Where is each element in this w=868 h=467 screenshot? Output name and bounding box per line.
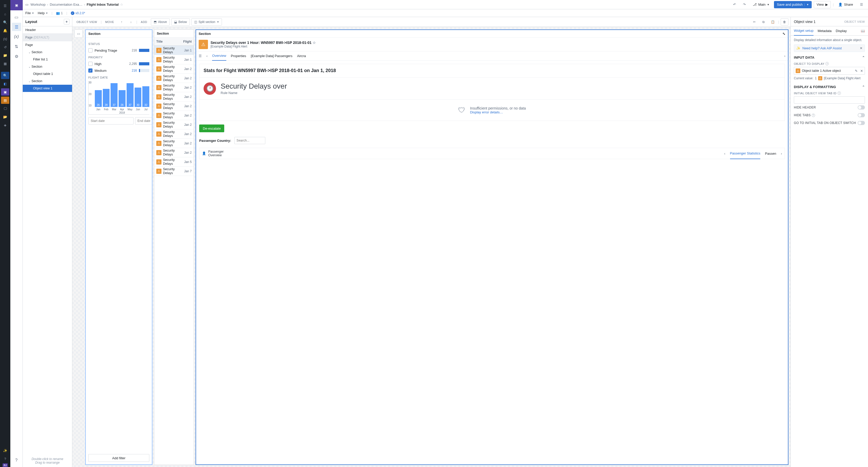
table-row[interactable]: ⚠Security DelaysJan 2 (154, 64, 194, 73)
deescalate-button[interactable]: De-escalate (199, 124, 224, 132)
menu-file[interactable]: File ▼ (25, 11, 34, 15)
table-row[interactable]: ⚠Security DelaysJan 2 (154, 92, 194, 101)
layout-row-page[interactable]: Page (23, 41, 72, 49)
clipboard-button[interactable]: 📋 (769, 18, 777, 26)
tool-layers-icon[interactable]: ☰ (12, 23, 21, 31)
star-icon[interactable]: ☆ (313, 40, 316, 45)
passenger-search-input[interactable] (234, 137, 265, 144)
split-section-button[interactable]: ◫Split section ▼ (191, 18, 222, 26)
cube-icon[interactable]: ◧ (1, 80, 9, 87)
table-row[interactable]: ⚠Security DelaysJan 1 (154, 46, 194, 55)
chevron-right-icon[interactable]: › (784, 54, 785, 58)
table-row[interactable]: ⚠Security DelaysJan 2 (154, 73, 194, 83)
obj-display-input[interactable]: ⚠ Object table 1 Active object ✎ ✕ (794, 67, 865, 75)
tab-widget-setup[interactable]: Widget setup (794, 26, 813, 36)
table-row[interactable]: ⚠Security DelaysJan 2 (154, 148, 194, 157)
filter-medium-row[interactable]: ✓ Medium 216 (88, 67, 149, 74)
monitor-icon[interactable]: 🖵 (1, 105, 9, 112)
display-fmt-section[interactable]: DISPLAY & FORMATTING⌃ (794, 85, 865, 89)
table-row[interactable]: ⚠Security DelaysJan 2 (154, 101, 194, 111)
hide-tabs-toggle[interactable] (858, 113, 865, 117)
tool-sort-icon[interactable]: ⇅ (12, 42, 21, 51)
help-icon[interactable]: ? (1, 455, 9, 462)
goto-initial-toggle[interactable] (858, 121, 865, 125)
search-rail-icon[interactable]: 🔍 (1, 19, 9, 26)
sparkle-icon[interactable]: ✨ (1, 447, 9, 454)
menu-icon[interactable]: ☰ (1, 2, 9, 9)
share-button[interactable]: 👤 Share (836, 1, 856, 8)
branch-button[interactable]: ⎇ Main ▼ (750, 1, 772, 8)
table-row[interactable]: ⚠Security DelaysJan 2 (154, 83, 194, 92)
menu-icon[interactable]: ☰ (199, 54, 202, 58)
input-data-section[interactable]: INPUT DATA⌃ (794, 56, 865, 59)
add-filter-button[interactable]: Add filter (88, 454, 149, 462)
layout-row-header[interactable]: Header (23, 26, 72, 34)
tab-overview[interactable]: Overview (212, 52, 226, 61)
table-row[interactable]: ⚠Security DelaysJan 7 (154, 166, 194, 176)
tab-passengers[interactable]: [Example Data] Passengers (251, 52, 292, 61)
tool-var-icon[interactable]: (x) (12, 33, 21, 41)
preview-icon[interactable]: ▭ (74, 29, 83, 38)
table-row[interactable]: ⚠Security DelaysJan 2 (154, 129, 194, 139)
layout-row-obj-table[interactable]: Object table 1 (23, 70, 72, 77)
orange-icon[interactable]: ▤ (1, 97, 9, 104)
tool-help-icon[interactable]: ? (12, 456, 21, 464)
tab-passenger-stats[interactable]: Passenger Statistics (730, 148, 761, 159)
chevron-left-icon[interactable]: ‹ (724, 152, 725, 155)
layout-icon[interactable]: ▣ (1, 88, 9, 96)
table-row[interactable]: ⚠Security DelaysJan 2 (154, 120, 194, 129)
cut-button[interactable]: ✂ (750, 18, 758, 26)
layout-row-page-default[interactable]: Page (DEFAULT) (23, 34, 72, 41)
close-icon[interactable]: ✕ (860, 69, 863, 73)
chevron-right-icon[interactable]: › (781, 152, 782, 155)
layout-row-section3[interactable]: ⌄Section (23, 77, 72, 85)
user-badge[interactable]: EJ (3, 463, 7, 467)
checkbox[interactable] (88, 62, 92, 66)
home-icon[interactable]: ⌂ (1, 10, 9, 18)
add-below-button[interactable]: ⬓Below (171, 18, 190, 26)
layout-row-obj-view[interactable]: Object view 1 (23, 85, 72, 92)
crumb-current[interactable]: Flight Inbox Tutorial (87, 3, 119, 6)
filter-status-row[interactable]: Pending Triage 216 (88, 47, 149, 54)
history-icon[interactable]: ↺ (1, 43, 9, 51)
aip-assist-box[interactable]: ✨ Need help? Ask AIP Assist ✕ (794, 44, 865, 52)
collapse-icon[interactable]: ⤡ (782, 32, 785, 36)
tool-page-icon[interactable]: ▭ (12, 13, 21, 21)
crumb-workshop[interactable]: Workshop (30, 3, 45, 6)
delete-button[interactable]: 🗑 (781, 18, 788, 26)
tab-passen[interactable]: Passen (765, 152, 776, 155)
add-above-button[interactable]: ⬒Above (151, 18, 170, 26)
undo-icon[interactable]: ↶ (731, 1, 738, 8)
package-icon[interactable]: ◈ (1, 121, 9, 129)
start-date-input[interactable] (88, 117, 133, 124)
bell-icon[interactable]: 🔔 (1, 27, 9, 34)
table-row[interactable]: ⚠Security DelaysJan 2 (154, 111, 194, 120)
tab-properties[interactable]: Properties (231, 52, 246, 61)
tab-display[interactable]: Display (836, 26, 847, 36)
init-tab-input[interactable] (794, 96, 865, 103)
move-up-button[interactable]: ↑ (118, 18, 126, 26)
tool-settings-icon[interactable]: ⚙ (12, 52, 21, 60)
docs-icon[interactable]: 📖 (861, 29, 865, 33)
menu-help[interactable]: Help ▼ (38, 11, 48, 15)
copy-button[interactable]: ⧉ (760, 18, 768, 26)
view-button[interactable]: View ▶ (814, 1, 831, 8)
layout-row-filter[interactable]: Filter list 1 (23, 56, 72, 63)
table-row[interactable]: ⚠Security DelaysJan 1 (154, 55, 194, 64)
list-icon[interactable]: ☰ (858, 1, 865, 8)
folder2-icon[interactable]: 📂 (1, 113, 9, 120)
checkbox-checked[interactable]: ✓ (88, 68, 92, 72)
layout-row-section2[interactable]: ⌄Section (23, 63, 72, 70)
close-icon[interactable]: ✕ (860, 46, 863, 50)
crumb-folder[interactable]: Documentation Exa… (50, 3, 83, 6)
table-row[interactable]: ⚠Security DelaysJan 5 (154, 157, 194, 166)
layout-row-section1[interactable]: ⌄Section (23, 49, 72, 56)
chevron-left-icon[interactable]: ‹ (207, 54, 208, 58)
edit-icon[interactable]: ✎ (855, 69, 858, 73)
checkbox[interactable] (88, 48, 92, 53)
add-layout-button[interactable]: + (64, 19, 69, 25)
inspect-icon[interactable]: 🔍 (1, 72, 9, 79)
folder-icon[interactable]: 📁 (1, 52, 9, 59)
save-publish-button[interactable]: Save and publish ▼ (774, 1, 812, 8)
perm-link[interactable]: Display error details… (470, 110, 526, 114)
